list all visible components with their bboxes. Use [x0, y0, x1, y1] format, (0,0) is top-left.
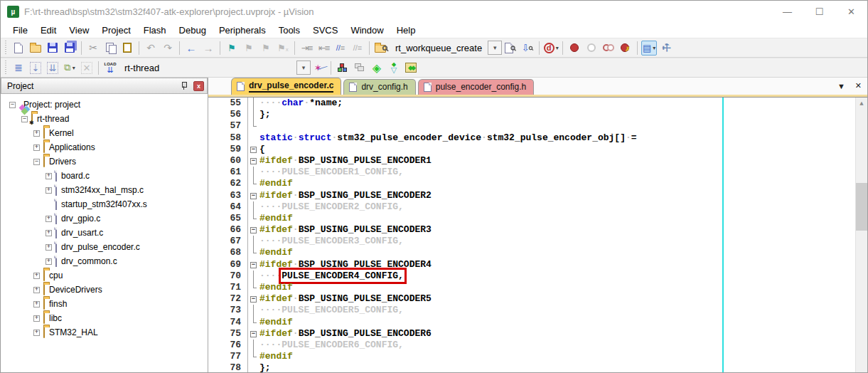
line-number[interactable]: 72: [208, 293, 248, 305]
menu-svcs[interactable]: SVCS: [306, 23, 344, 37]
line-number[interactable]: 76: [208, 340, 248, 351]
batch-build-button[interactable]: ⧉▾: [62, 61, 77, 75]
scroll-up-icon[interactable]: ▲: [856, 98, 867, 110]
tree-item-applications[interactable]: +Applications: [1, 140, 208, 154]
expand-icon[interactable]: +: [45, 230, 52, 236]
tab-drv-pulse-encoder-c[interactable]: drv_pulse_encoder.c: [231, 78, 341, 95]
target-select-combo[interactable]: rt-thread▾: [119, 61, 311, 75]
target-options-button[interactable]: ✶╱: [311, 61, 327, 75]
prev-bookmark-button[interactable]: ⚑: [241, 41, 257, 56]
tab-pulse-encoder-config-h[interactable]: pulse_encoder_config.h: [418, 79, 534, 95]
expand-icon[interactable]: +: [45, 216, 52, 222]
line-number[interactable]: 64: [208, 201, 248, 213]
debug-button[interactable]: d▾: [543, 41, 559, 56]
tree-item-project-project[interactable]: −Project: project: [1, 98, 208, 112]
select-packs-button[interactable]: ◆▽: [386, 61, 402, 75]
expand-icon[interactable]: +: [45, 187, 52, 194]
tree-item-drivers[interactable]: −Drivers: [1, 154, 208, 169]
tab-close-icon[interactable]: ✕: [855, 81, 862, 90]
line-number[interactable]: 71: [208, 282, 248, 293]
tab-drv-config-h[interactable]: drv_config.h: [343, 79, 415, 95]
menu-flash[interactable]: Flash: [137, 23, 173, 37]
uncomment-button[interactable]: //≡: [350, 41, 365, 56]
save-all-button[interactable]: [62, 41, 77, 56]
line-number[interactable]: 56: [208, 109, 248, 120]
tree-item-drv-gpio-c[interactable]: +drv_gpio.c: [1, 211, 208, 226]
clear-bookmarks-button[interactable]: ⚑x: [275, 41, 291, 56]
code-editor[interactable]: 55····char·*name;56};5758static·struct·s…: [208, 97, 867, 372]
expand-icon[interactable]: +: [33, 315, 40, 322]
line-number[interactable]: 59: [208, 144, 248, 155]
line-number[interactable]: 77: [208, 351, 248, 362]
window-stack-button[interactable]: [352, 61, 368, 75]
line-number[interactable]: 75: [208, 328, 248, 340]
tree-item-stm32-hal[interactable]: +STM32_HAL: [1, 325, 208, 340]
search-combo-value[interactable]: rt_workqueue_create: [390, 43, 488, 53]
fold-marker-icon[interactable]: −: [248, 328, 259, 340]
line-number[interactable]: 74: [208, 317, 248, 328]
tree-item-kernel[interactable]: +Kernel: [1, 126, 208, 140]
pin-icon[interactable]: [181, 82, 188, 90]
target-select-value[interactable]: rt-thread: [119, 63, 296, 73]
tree-item-startup-stm32f407xx-s[interactable]: startup_stm32f407xx.s: [1, 197, 208, 211]
undo-button[interactable]: ↶: [143, 41, 159, 56]
line-number[interactable]: 68: [208, 247, 248, 258]
toolbar-grip[interactable]: [4, 41, 8, 55]
disable-breakpoint-button[interactable]: [584, 41, 599, 56]
line-number[interactable]: 61: [208, 167, 248, 178]
menu-view[interactable]: View: [63, 23, 95, 37]
find-button[interactable]: [503, 41, 518, 56]
expand-icon[interactable]: +: [33, 287, 40, 293]
line-number[interactable]: 73: [208, 305, 248, 316]
disable-all-breakpoints-button[interactable]: [601, 41, 616, 56]
incremental-find-button[interactable]: ⇩: [520, 41, 535, 56]
tree-item-board-c[interactable]: +board.c: [1, 169, 208, 183]
line-number[interactable]: 62: [208, 178, 248, 189]
rebuild-button[interactable]: ⇊: [45, 61, 60, 75]
tree-item-rt-thread[interactable]: −rt-thread: [1, 112, 208, 126]
expand-icon[interactable]: +: [45, 258, 52, 265]
window-layout-button[interactable]: ▤▾: [641, 41, 657, 56]
tree-item-finsh[interactable]: +finsh: [1, 297, 208, 311]
open-file-button[interactable]: [28, 41, 43, 56]
menu-window[interactable]: Window: [344, 23, 390, 37]
line-number[interactable]: 63: [208, 190, 248, 201]
menu-project[interactable]: Project: [95, 23, 136, 37]
navigate-forward-button[interactable]: →: [200, 41, 216, 56]
line-number[interactable]: 70: [208, 270, 248, 282]
search-combo-dropdown-icon[interactable]: ▾: [488, 41, 502, 55]
fold-marker-icon[interactable]: −: [248, 155, 259, 167]
redo-button[interactable]: ↷: [160, 41, 176, 56]
translate-button[interactable]: ≣: [11, 61, 26, 75]
editor-scrollbar[interactable]: ▲: [855, 98, 867, 372]
expand-icon[interactable]: +: [45, 173, 52, 179]
copy-button[interactable]: [102, 41, 118, 56]
save-button[interactable]: [45, 41, 60, 56]
tree-item-cpu[interactable]: +cpu: [1, 268, 208, 283]
configure-wrench-button[interactable]: ⚒: [658, 41, 674, 56]
line-number[interactable]: 78: [208, 362, 248, 372]
target-select-dropdown-icon[interactable]: ▾: [296, 61, 311, 75]
collapse-icon[interactable]: −: [33, 159, 40, 165]
expand-icon[interactable]: +: [33, 145, 40, 151]
expand-icon[interactable]: +: [33, 301, 40, 308]
menu-debug[interactable]: Debug: [173, 23, 213, 37]
fold-marker-icon[interactable]: −: [248, 144, 259, 155]
indent-right-button[interactable]: ⇥≡: [299, 41, 314, 56]
build-button[interactable]: ⇣: [28, 61, 43, 75]
kill-all-breakpoints-button[interactable]: ✗: [618, 41, 633, 56]
expand-icon[interactable]: +: [45, 244, 52, 251]
expand-icon[interactable]: +: [33, 330, 40, 336]
menu-edit[interactable]: Edit: [34, 23, 63, 37]
minimize-button[interactable]: —: [771, 1, 803, 22]
fold-marker-icon[interactable]: −: [248, 224, 259, 236]
collapse-icon[interactable]: −: [21, 116, 28, 122]
download-button[interactable]: LOAD⇊: [102, 61, 118, 75]
collapse-icon[interactable]: −: [9, 102, 16, 108]
tree-item-drv-common-c[interactable]: +drv_common.c: [1, 254, 208, 268]
line-number[interactable]: 57: [208, 120, 248, 132]
new-file-button[interactable]: [11, 41, 26, 56]
next-bookmark-button[interactable]: ⚑: [258, 41, 274, 56]
find-in-files-button[interactable]: [373, 41, 389, 56]
menu-tools[interactable]: Tools: [272, 23, 306, 37]
